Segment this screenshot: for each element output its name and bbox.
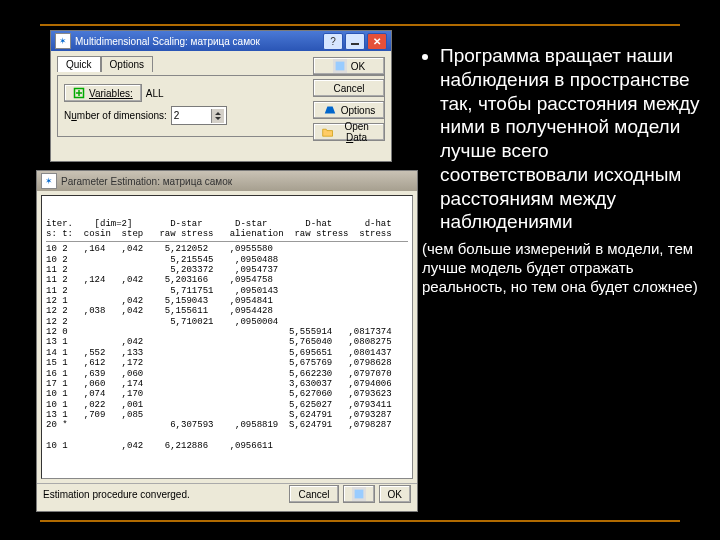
iteration-header: iter. [dim=2] D-star D-star D-hat d-hat … — [46, 219, 408, 243]
status-bar: Estimation procedure converged. Cancel O… — [37, 483, 417, 504]
ok-button[interactable]: OK — [313, 57, 385, 75]
annotation-sub: (чем больше измерений в модели, тем лучш… — [422, 240, 702, 296]
slide-annotation: Программа вращает наши наблюдения в прос… — [422, 44, 702, 296]
mds-titlebar[interactable]: ✶ Multidimensional Scaling: матрица само… — [51, 31, 391, 51]
run-icon — [333, 59, 347, 73]
param-summary-button[interactable] — [343, 485, 375, 503]
spinner-icon[interactable] — [211, 109, 224, 123]
app-icon: ✶ — [41, 173, 57, 189]
numdim-value: 2 — [174, 110, 180, 121]
ok-button-label: OK — [351, 61, 365, 72]
cancel-button[interactable]: Cancel — [313, 79, 385, 97]
options-icon — [323, 103, 337, 117]
summary-icon — [352, 487, 366, 501]
variables-icon — [73, 87, 85, 99]
mds-title: Multidimensional Scaling: матрица самок — [75, 36, 321, 47]
minimize-button[interactable] — [345, 33, 365, 50]
numdim-label: Number of dimensions: — [64, 110, 167, 121]
app-icon: ✶ — [55, 33, 71, 49]
close-button[interactable]: ✕ — [367, 33, 387, 50]
divider-top — [40, 24, 680, 26]
tab-options[interactable]: Options — [101, 56, 153, 72]
numdim-input[interactable]: 2 — [171, 106, 227, 125]
mds-dialog: ✶ Multidimensional Scaling: матрица само… — [50, 30, 392, 162]
folder-open-icon — [322, 125, 333, 139]
help-button[interactable]: ? — [323, 33, 343, 50]
tab-quick[interactable]: Quick — [57, 56, 101, 72]
options-button-label: Options — [341, 105, 375, 116]
variables-button[interactable]: Variables: — [64, 84, 142, 102]
variables-value: ALL — [146, 88, 164, 99]
dialog-button-column: OK Cancel Options Open Data — [313, 57, 385, 141]
variables-button-label: Variables: — [89, 88, 133, 99]
divider-bottom — [40, 520, 680, 522]
open-data-label: Open Data — [337, 121, 376, 143]
annotation-main: Программа вращает наши наблюдения в прос… — [440, 44, 702, 234]
param-titlebar[interactable]: ✶ Parameter Estimation: матрица самок — [37, 171, 417, 191]
open-data-button[interactable]: Open Data — [313, 123, 385, 141]
param-cancel-button[interactable]: Cancel — [289, 485, 338, 503]
param-ok-button[interactable]: OK — [379, 485, 411, 503]
param-estimation-dialog: ✶ Parameter Estimation: матрица самок it… — [36, 170, 418, 512]
iteration-table: iter. [dim=2] D-star D-star D-hat d-hat … — [41, 195, 413, 479]
options-button[interactable]: Options — [313, 101, 385, 119]
svg-rect-3 — [354, 490, 363, 499]
status-text: Estimation procedure converged. — [43, 489, 190, 500]
param-title: Parameter Estimation: матрица самок — [61, 176, 413, 187]
iteration-rows: 10 2 ,164 ,042 5,212052 ,0955580 10 2 5,… — [46, 244, 408, 451]
